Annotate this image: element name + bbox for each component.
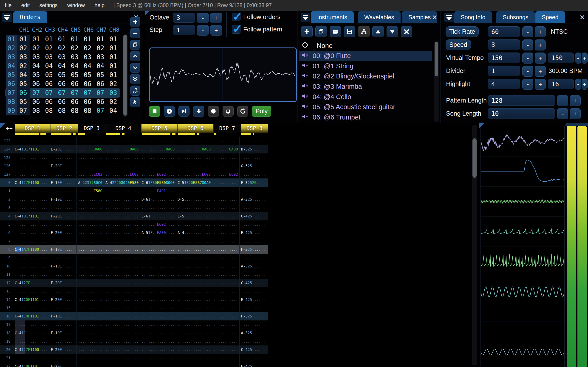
pattern-cell[interactable]: ........... [212, 362, 240, 367]
pattern-cell[interactable]: A-4231780C0 [77, 178, 104, 187]
pattern-cell[interactable]: F-10E...... [49, 195, 77, 204]
order-cell[interactable]: 03 [81, 52, 94, 61]
pattern-cell[interactable]: ............... [140, 320, 176, 329]
pattern-cell[interactable]: ........... [240, 170, 267, 179]
instrument-item[interactable]: 03: @3 Marimba [299, 81, 432, 92]
octave-plus-button[interactable]: + [210, 13, 222, 23]
pattern-cell[interactable]: ............... [104, 320, 140, 329]
order-cell[interactable]: 06 [43, 97, 55, 106]
pattern-cell[interactable]: .......0A00 [77, 145, 104, 153]
close-icon[interactable]: × [578, 13, 586, 21]
step-row-button[interactable] [193, 106, 204, 117]
pattern-cell[interactable]: ........... [77, 320, 104, 329]
pattern-scrollbar[interactable] [472, 125, 477, 365]
order-cell[interactable]: 04 [17, 70, 30, 79]
pattern-cell[interactable]: ...........0A00 [140, 145, 176, 153]
order-cell[interactable]: 04 [43, 61, 55, 70]
pattern-cell[interactable]: .......EC02.... [140, 170, 176, 179]
order-cell[interactable]: 05 [17, 97, 30, 106]
pattern-expand-button[interactable]: ++ [6, 125, 13, 131]
order-cell[interactable]: 07 [17, 106, 30, 115]
pattern-cell[interactable]: ............... [140, 203, 176, 212]
pattern-cell[interactable]: ............... [13, 187, 49, 195]
pattern-cell[interactable]: ............... [176, 254, 212, 262]
order-cell[interactable]: 08 [43, 106, 55, 115]
pattern-cell[interactable]: ............... [140, 270, 176, 279]
order-row-03[interactable]: 030303030303030301 [6, 52, 120, 61]
pattern-cell[interactable]: F-10E...... [49, 178, 77, 187]
virtual-tempo-minus-button[interactable]: - [522, 52, 533, 64]
order-cell[interactable]: 06 [81, 97, 94, 106]
pattern-cell[interactable]: ............... [140, 137, 176, 145]
pattern-row-1[interactable]: 1.................................E580..… [0, 187, 268, 195]
pattern-row-13[interactable]: 13......................................… [0, 287, 268, 295]
order-row-07[interactable]: 070607070707070703 [6, 88, 120, 97]
order-cell[interactable]: 04 [30, 61, 43, 70]
channel-header-1[interactable]: DSP 1 [15, 124, 51, 133]
order-cell[interactable]: 01 [81, 35, 94, 44]
pattern-cell[interactable]: ........... [77, 329, 104, 337]
pattern-cell[interactable]: ............... [13, 262, 49, 270]
instrument-item[interactable]: 01: @1 String [299, 61, 432, 71]
pattern-cell[interactable]: ............... [176, 137, 212, 145]
pattern-cell[interactable]: ........... [240, 287, 267, 295]
pattern-cell[interactable]: A-422208040E580 [104, 178, 140, 187]
order-cell[interactable]: 07 [94, 88, 107, 97]
deep-clone-order-button[interactable] [130, 85, 140, 96]
pattern-cell[interactable]: ........... [77, 220, 104, 229]
pattern-cell[interactable]: ........... [240, 337, 267, 346]
pattern-cell[interactable]: ........... [77, 212, 104, 220]
pattern-cell[interactable]: ............... [104, 304, 140, 312]
pattern-row-7[interactable]: 7.......................................… [0, 237, 268, 245]
save-instrument-button[interactable] [344, 26, 355, 37]
pattern-cell[interactable]: A-4............ [176, 228, 212, 237]
pattern-cell[interactable]: ........... [212, 312, 240, 320]
instrument-item[interactable]: 04: @4 Cello [299, 92, 432, 102]
pattern-cell[interactable]: ............... [140, 345, 176, 354]
song-length-value[interactable]: 10 [488, 108, 555, 119]
order-cell[interactable]: 04 [107, 106, 120, 115]
order-cell[interactable]: 02 [107, 97, 120, 106]
pattern-cell[interactable]: E-425...... [240, 362, 267, 367]
pattern-cell[interactable]: .......EC02.... [140, 220, 176, 229]
virtual-tempo2-plus-button[interactable]: + [582, 52, 588, 64]
pattern-length-value[interactable]: 128 [488, 95, 555, 106]
order-cell[interactable]: 08 [68, 106, 81, 115]
order-cell[interactable]: 08 [55, 106, 68, 115]
pattern-cell[interactable]: F-325...... [240, 312, 267, 320]
pattern-cell[interactable]: ........... [240, 320, 267, 329]
pattern-cell[interactable]: ............... [176, 162, 212, 170]
pattern-cell[interactable]: C-41B171101.... [13, 212, 49, 220]
order-cell[interactable]: 03 [30, 52, 43, 61]
order-cell[interactable]: 03 [43, 52, 55, 61]
pattern-cell[interactable]: ........... [77, 337, 104, 346]
pattern-cell[interactable]: C-51E20E58780A0 [176, 178, 212, 187]
order-cell[interactable]: 05 [68, 70, 81, 79]
tick-rate-button[interactable]: Tick Rate [446, 26, 479, 37]
pattern-cell[interactable]: F-10E...... [49, 262, 77, 270]
order-cell[interactable]: 05 [81, 70, 94, 79]
pattern-cell[interactable]: ............... [104, 245, 140, 254]
octave-minus-button[interactable]: - [197, 13, 209, 23]
order-cell[interactable]: 01 [107, 70, 120, 79]
virtual-tempo2-minus-button[interactable]: - [575, 52, 581, 64]
order-cell[interactable]: 01 [55, 35, 68, 44]
pattern-cell[interactable]: E-20E...... [49, 145, 77, 153]
order-cell[interactable]: 05 [55, 70, 68, 79]
record-button[interactable] [208, 106, 219, 117]
order-row-09[interactable]: 090708080808080704 [6, 106, 120, 115]
pattern-cell[interactable]: ............... [104, 220, 140, 229]
pattern-cell[interactable]: ............... [13, 228, 49, 237]
pattern-cell[interactable]: ............... [13, 195, 49, 204]
pattern-cell[interactable]: C-41C0F1101.... [13, 312, 49, 320]
pattern-cell[interactable]: C-4127F........ [13, 279, 49, 287]
pattern-cell[interactable]: C-41A7F1100.... [13, 245, 49, 254]
pattern-cell[interactable]: ............... [13, 287, 49, 295]
pattern-cell[interactable]: ............... [176, 295, 212, 304]
pattern-row-0[interactable]: 0C-4127F1100....F-10E......A-4231780C0A-… [0, 178, 268, 187]
highlight2-minus-button[interactable]: - [575, 79, 581, 90]
play-button[interactable] [164, 106, 175, 117]
pattern-cell[interactable]: ............... [140, 287, 176, 295]
pattern-cell[interactable]: F-32520.... [240, 178, 267, 187]
instrument-item[interactable]: 00: @0 Flute [299, 51, 432, 61]
